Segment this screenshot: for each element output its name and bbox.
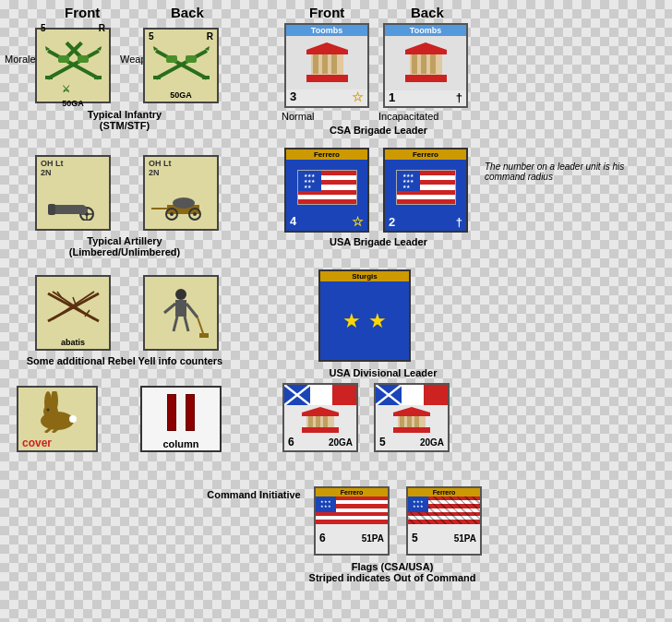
- svg-point-63: [69, 415, 77, 423]
- inf-back-morale: 5: [149, 31, 154, 42]
- flags-note: Flags (CSA/USA) Striped indicates Out of…: [272, 561, 512, 583]
- svg-rect-51: [175, 300, 186, 317]
- ferrero-banner-front: Ferrero: [286, 150, 367, 160]
- toombs-banner-front: Toombs: [286, 25, 367, 36]
- svg-rect-3: [94, 76, 102, 79]
- svg-rect-27: [430, 54, 436, 74]
- svg-marker-29: [405, 42, 447, 50]
- svg-rect-71: [316, 416, 320, 427]
- svg-rect-77: [393, 427, 430, 433]
- usa-div-caption: USA Divisional Leader: [282, 367, 485, 378]
- svg-point-40: [193, 212, 197, 216]
- svg-rect-26: [421, 54, 426, 74]
- ferrero-banner-back: Ferrero: [385, 150, 466, 160]
- usa-brigade-front: Ferrero ★★★★★★★★ 4 ☆: [284, 148, 369, 233]
- svg-rect-15: [186, 55, 197, 63]
- csa-leader-front: Toombs 3 ☆: [284, 23, 369, 108]
- command-initiative-label: Command Initiative: [203, 489, 305, 500]
- svg-line-52: [164, 304, 175, 313]
- ga-front-counter: 6 20GA: [282, 383, 358, 452]
- svg-rect-79: [400, 416, 404, 427]
- svg-rect-16: [306, 75, 348, 82]
- csa-back-num: 1: [389, 90, 395, 104]
- cover-counter: cover: [17, 386, 98, 452]
- div-star-2: ★: [368, 309, 387, 333]
- column-line-1: [167, 394, 176, 431]
- artillery-back: OH Lt2N: [143, 155, 219, 231]
- pa-front-counter: Ferrero ★★★★★★ 6 51PA: [314, 486, 390, 556]
- usa-brigade-caption: USA Brigade Leader: [277, 236, 480, 247]
- column-label: column: [162, 438, 198, 449]
- svg-rect-18: [313, 54, 318, 74]
- svg-point-50: [175, 289, 186, 300]
- csa-normal-label: Normal: [282, 111, 314, 122]
- csa-front-num: 3: [290, 90, 296, 104]
- pa-back-unit: 51PA: [454, 533, 476, 544]
- cover-label: cover: [22, 437, 52, 449]
- inf-front-strength: 50GA: [62, 99, 84, 108]
- usa-brig-back-num: 2: [389, 215, 395, 229]
- svg-rect-72: [323, 416, 328, 427]
- abatis-counter: abatis: [35, 275, 111, 351]
- ga-front-num: 6: [288, 436, 294, 449]
- artillery-front: OH Lt2N: [35, 155, 111, 231]
- rebel-yell-counter: [143, 275, 219, 351]
- svg-line-64: [45, 428, 51, 433]
- svg-line-48: [73, 297, 76, 305]
- infantry-front-counter: 5 R ✕⚔ 50GA: [35, 28, 111, 103]
- toombs-banner-back: Toombs: [385, 25, 466, 36]
- pa-front-unit: 51PA: [362, 533, 384, 544]
- csa-back-sym: †: [456, 90, 462, 104]
- svg-rect-28: [405, 50, 447, 54]
- svg-rect-68: [302, 427, 339, 433]
- svg-marker-22: [306, 42, 348, 50]
- svg-rect-10: [153, 76, 161, 79]
- additional-caption: Some additional Rebel Yell info counters: [18, 355, 231, 366]
- inf-back-rating: R: [207, 31, 213, 42]
- header-front-2: Front: [309, 5, 344, 20]
- svg-line-53: [186, 304, 198, 317]
- svg-rect-82: [393, 413, 430, 416]
- infantry-caption: Typical Infantry(STM/STF): [23, 109, 226, 131]
- svg-line-55: [185, 317, 188, 331]
- infantry-back-counter: 5 R 50GA: [143, 28, 219, 103]
- usa-brigade-back: Ferrero ★★★★★★★★ 2 †: [383, 148, 468, 233]
- csa-brigade-caption: CSA Brigade Leader: [277, 125, 480, 136]
- sturgis-banner: Sturgis: [320, 271, 409, 281]
- usa-brig-back-sym: †: [456, 215, 462, 229]
- header-back-1: Back: [171, 5, 204, 20]
- ga-back-counter: 5 20GA: [374, 383, 450, 452]
- svg-rect-21: [306, 50, 348, 54]
- ga-back-num: 5: [379, 436, 386, 449]
- svg-rect-70: [308, 416, 313, 427]
- artillery-caption: Typical Artillery(Limbered/Unlimbered): [18, 235, 231, 257]
- ga-front-unit: 20GA: [329, 437, 353, 448]
- svg-line-54: [174, 317, 177, 331]
- svg-rect-7: [78, 55, 89, 63]
- header-front-1: Front: [65, 5, 100, 20]
- svg-rect-11: [202, 76, 210, 79]
- ferrero-banner-pa-back: Ferrero: [408, 488, 480, 496]
- page: Front Back Front Back Morale Weapon 5 R …: [0, 0, 672, 622]
- usa-brig-front-sym: ☆: [352, 214, 364, 229]
- svg-marker-83: [393, 407, 430, 413]
- svg-rect-25: [412, 54, 417, 74]
- svg-point-38: [170, 212, 174, 216]
- svg-rect-14: [166, 55, 177, 63]
- svg-rect-73: [302, 413, 339, 416]
- svg-point-61: [43, 404, 58, 419]
- svg-marker-74: [302, 407, 339, 413]
- svg-rect-6: [58, 55, 69, 63]
- svg-rect-57: [199, 333, 209, 338]
- leader-note: The number on a leader unit is his comma…: [485, 161, 660, 182]
- morale-label: Morale: [5, 54, 36, 65]
- art-front-label: OH Lt2N: [41, 159, 64, 177]
- div-star-1: ★: [342, 309, 361, 333]
- usa-div-leader: Sturgis ★ ★: [318, 269, 411, 362]
- svg-rect-35: [48, 204, 55, 215]
- art-back-label: OH Lt2N: [149, 159, 172, 177]
- csa-front-sym: ☆: [352, 90, 364, 104]
- ga-back-unit: 20GA: [420, 437, 444, 448]
- column-counter: column: [140, 386, 222, 452]
- svg-rect-20: [331, 54, 337, 74]
